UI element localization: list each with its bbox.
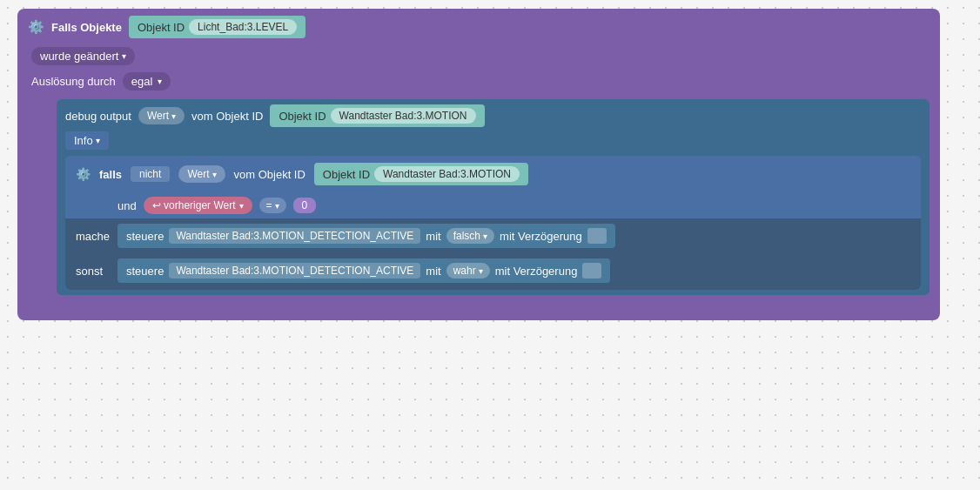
steuere-block-1: steuere Wandtaster Bad:3.MOTION_DETECTIO… <box>117 224 615 248</box>
wahr-label: wahr <box>453 265 476 277</box>
vom-objekt-id-label-2: vom Objekt ID <box>234 168 305 181</box>
equals-label: = <box>266 199 272 211</box>
mit-label-2: mit <box>426 265 440 278</box>
wahr-dropdown-arrow[interactable]: ▾ <box>479 266 483 276</box>
falls-objekte-header: ⚙️ Falls Objekte Objekt ID Licht_Bad:3.L… <box>17 9 940 44</box>
zero-block: 0 <box>293 198 317 213</box>
wert-block-2[interactable]: Wert ▾ <box>178 165 225 183</box>
sonst-row: sonst steuere Wandtaster Bad:3.MOTION_DE… <box>65 253 921 290</box>
falls-header-row: ⚙️ falls nicht Wert ▾ vom Objekt ID Obje <box>65 156 921 192</box>
wert-label: Wert <box>147 110 169 122</box>
objekt-id-top-label: Objekt ID <box>138 21 185 34</box>
mache-label: mache <box>76 230 111 243</box>
wurde-geaendert-block[interactable]: wurde geändert ▾ <box>31 47 135 65</box>
gear-icon-2: ⚙️ <box>76 167 91 181</box>
mit-label-1: mit <box>426 230 440 243</box>
vorheriger-wert-block[interactable]: ↩ vorheriger Wert ▾ <box>144 197 252 214</box>
info-block[interactable]: Info ▾ <box>65 131 109 150</box>
egal-dropdown-icon[interactable]: ▾ <box>158 77 162 86</box>
verzoegerung-box-2[interactable] <box>582 263 601 279</box>
falsch-block[interactable]: falsch ▾ <box>446 228 494 244</box>
wert-dropdown-arrow[interactable]: ▾ <box>171 111 176 121</box>
objekt-id2-block[interactable]: Objekt ID Wandtaster Bad:3.MOTION <box>270 104 484 127</box>
wurde-geaendert-label: wurde geändert <box>40 50 118 63</box>
wert2-dropdown-arrow[interactable]: ▾ <box>212 170 217 179</box>
wahr-block[interactable]: wahr ▾ <box>446 263 490 279</box>
vorheriger-wert-label: ↩ vorheriger Wert <box>152 199 236 211</box>
wurde-dropdown-icon[interactable]: ▾ <box>122 51 126 61</box>
vorheriger-dropdown-arrow[interactable]: ▾ <box>239 201 244 211</box>
debug-output-label: debug output <box>65 110 131 123</box>
egal-label: egal <box>131 75 153 88</box>
debug-output-row: debug output Wert ▾ vom Objekt ID Objekt… <box>65 104 921 127</box>
objekt-id2-label: Objekt ID <box>279 110 326 123</box>
wert-label-2: Wert <box>187 168 209 180</box>
falsch-dropdown-arrow[interactable]: ▾ <box>483 232 487 241</box>
und-row: und ↩ vorheriger Wert ▾ = ▾ 0 <box>65 192 921 218</box>
objekt-id3-value: Wandtaster Bad:3.MOTION <box>374 166 520 182</box>
egal-block[interactable]: egal ▾ <box>123 72 171 91</box>
info-dropdown-arrow[interactable]: ▾ <box>96 136 100 145</box>
objekt-id2-value: Wandtaster Bad:3.MOTION <box>331 108 476 124</box>
equals-dropdown-arrow[interactable]: ▾ <box>275 201 279 211</box>
wurde-geaendert-row: wurde geändert ▾ <box>17 44 940 69</box>
equals-block[interactable]: = ▾ <box>259 198 286 213</box>
steuere-value-2: Wandtaster Bad:3.MOTION_DETECTION_ACTIVE <box>169 263 420 279</box>
falls-container: ⚙️ falls nicht Wert ▾ vom Objekt ID Obje <box>65 156 921 290</box>
objekt-id3-label: Objekt ID <box>323 168 370 181</box>
mit-verzoegerung-label-1: mit Verzögerung <box>500 230 582 243</box>
falls-objekte-container: ⚙️ Falls Objekte Objekt ID Licht_Bad:3.L… <box>17 9 940 320</box>
zero-value: 0 <box>302 199 308 211</box>
ausloesung-row: Auslösung durch egal ▾ <box>17 69 940 97</box>
debug-output-container: debug output Wert ▾ vom Objekt ID Objekt… <box>57 99 930 295</box>
falls-label: falls <box>99 168 122 181</box>
objekt-id3-block[interactable]: Objekt ID Wandtaster Bad:3.MOTION <box>314 163 528 185</box>
gear-icon: ⚙️ <box>28 19 44 35</box>
steuere-label-2: steuere <box>126 265 164 278</box>
steuere-block-2: steuere Wandtaster Bad:3.MOTION_DETECTIO… <box>117 258 610 283</box>
mache-row: mache steuere Wandtaster Bad:3.MOTION_DE… <box>65 218 921 253</box>
info-label: Info <box>74 134 93 147</box>
vom-objekt-id-label: vom Objekt ID <box>191 110 263 123</box>
nicht-block: nicht <box>131 166 170 182</box>
objekt-id-top-block[interactable]: Objekt ID Licht_Bad:3.LEVEL <box>129 16 305 38</box>
falls-objekte-label: Falls Objekte <box>51 21 122 34</box>
mit-verzoegerung-label-2: mit Verzögerung <box>495 265 578 278</box>
objekt-id-top-value: Licht_Bad:3.LEVEL <box>189 19 297 35</box>
nicht-label: nicht <box>139 168 161 180</box>
ausloesung-label: Auslösung durch <box>31 75 116 88</box>
steuere-label-1: steuere <box>126 230 164 243</box>
falsch-label: falsch <box>453 230 480 242</box>
und-label: und <box>117 199 137 212</box>
wert-block[interactable]: Wert ▾ <box>138 107 185 124</box>
info-row: Info ▾ <box>65 127 921 152</box>
verzoegerung-box-1[interactable] <box>587 228 607 244</box>
sonst-label: sonst <box>76 265 111 278</box>
steuere-value-1: Wandtaster Bad:3.MOTION_DETECTION_ACTIVE <box>169 228 420 244</box>
